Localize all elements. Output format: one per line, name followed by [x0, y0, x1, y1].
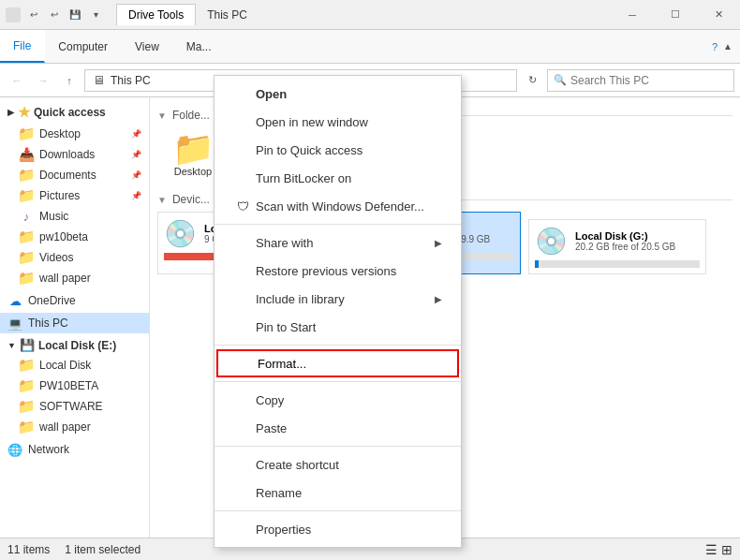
- tab-file[interactable]: File: [0, 30, 45, 63]
- shortcut-icon: [233, 455, 252, 474]
- download-folder-icon: 📥: [19, 147, 34, 162]
- tab-manage[interactable]: Ma...: [173, 30, 226, 63]
- ctx-properties[interactable]: Properties: [215, 515, 461, 543]
- folder-icon: 📁: [19, 420, 34, 435]
- network-icon: 🌐: [7, 442, 22, 457]
- sidebar-item-label: Pictures: [39, 189, 80, 202]
- sidebar-item-label: Local Disk: [39, 359, 91, 372]
- title-bar: ↩ ↩ 💾 ▾ Drive Tools This PC ─ ☐ ✕: [0, 0, 740, 30]
- qat-save[interactable]: 💾: [66, 6, 84, 24]
- sidebar-item-music[interactable]: ♪ Music: [0, 206, 149, 227]
- sidebar-item-label: PW10BETA: [39, 379, 98, 392]
- sidebar-item-label: Local Disk (E:): [38, 339, 116, 352]
- forward-button[interactable]: →: [32, 69, 54, 92]
- onedrive-icon: ☁: [7, 293, 22, 308]
- sidebar-item-local-disk[interactable]: 📁 Local Disk: [0, 355, 149, 376]
- storage-bar-fill: [535, 260, 539, 268]
- new-window-icon: [233, 112, 252, 131]
- minimize-button[interactable]: ─: [611, 0, 654, 30]
- sidebar-item-thispc[interactable]: 💻 This PC: [0, 313, 149, 333]
- qat-redo[interactable]: ↩: [45, 6, 64, 24]
- share-icon: [233, 233, 252, 252]
- disk-drive-icon: 💿: [535, 226, 568, 257]
- ctx-open[interactable]: Open: [215, 80, 461, 108]
- back-button[interactable]: ←: [6, 69, 28, 92]
- window-title: This PC: [207, 8, 247, 22]
- help-button[interactable]: ?: [712, 41, 718, 52]
- maximize-button[interactable]: ☐: [654, 0, 697, 30]
- ctx-rename[interactable]: Rename: [215, 479, 461, 507]
- tab-computer[interactable]: Computer: [45, 30, 122, 63]
- drive-tools-tab[interactable]: Drive Tools: [116, 4, 196, 25]
- folder-icon: 📁: [19, 126, 34, 141]
- sidebar-item-software[interactable]: 📁 SOFTWARE: [0, 396, 149, 417]
- refresh-button[interactable]: ↻: [521, 69, 543, 92]
- sidebar-item-videos[interactable]: 📁 Videos: [0, 247, 149, 268]
- ctx-separator-1: [215, 224, 461, 225]
- ctx-defender[interactable]: 🛡Scan with Windows Defender...: [215, 192, 461, 220]
- arrow-icon: ▶: [435, 238, 442, 248]
- ribbon-collapse[interactable]: ▲: [723, 41, 733, 52]
- search-box[interactable]: 🔍: [547, 69, 734, 92]
- sidebar-section-thispc: 💻 This PC: [0, 313, 149, 333]
- sidebar-section-onedrive: ☁ OneDrive: [0, 290, 149, 311]
- sidebar-localdisk-e-header[interactable]: ▼ 💾 Local Disk (E:): [0, 335, 149, 355]
- folder-icon: 📁: [19, 168, 34, 183]
- pin-icon: 📌: [131, 170, 141, 180]
- ctx-bitlocker[interactable]: Turn BitLocker on: [215, 164, 461, 192]
- sidebar-item-label: wall paper: [39, 272, 91, 285]
- ctx-pin-quick-access[interactable]: Pin to Quick access: [215, 136, 461, 164]
- search-input[interactable]: [570, 74, 728, 87]
- qat-dropdown[interactable]: ▾: [86, 6, 105, 24]
- ctx-include-library[interactable]: Include in library ▶: [215, 285, 461, 313]
- ctx-restore-versions[interactable]: Restore previous versions: [215, 257, 461, 285]
- ctx-pin-start[interactable]: Pin to Start: [215, 313, 461, 341]
- sidebar-quick-access-header[interactable]: ▶ ★ Quick access: [0, 101, 149, 124]
- sidebar-item-label: OneDrive: [28, 294, 76, 307]
- disk-drive-icon: 💿: [164, 218, 197, 249]
- ctx-open-new-window[interactable]: Open in new window: [215, 108, 461, 136]
- sidebar-item-downloads[interactable]: 📥 Downloads 📌: [0, 144, 149, 165]
- folder-icon: 📁: [19, 399, 34, 414]
- sidebar-item-documents[interactable]: 📁 Documents 📌: [0, 165, 149, 185]
- ctx-copy[interactable]: Copy: [215, 386, 461, 414]
- sidebar-item-desktop[interactable]: 📁 Desktop 📌: [0, 124, 149, 144]
- quick-access-label: Quick access: [34, 106, 106, 119]
- address-segment: This PC: [111, 74, 151, 87]
- up-button[interactable]: ↑: [58, 69, 81, 92]
- ctx-separator-2: [215, 345, 461, 346]
- sidebar-section-localdisk-e: ▼ 💾 Local Disk (E:) 📁 Local Disk 📁 PW10B…: [0, 335, 149, 437]
- pin-icon: 📌: [131, 191, 141, 200]
- sidebar-item-onedrive[interactable]: ☁ OneDrive: [0, 290, 149, 311]
- sidebar-item-wallpaper2[interactable]: 📁 wall paper: [0, 417, 149, 437]
- tab-view[interactable]: View: [122, 30, 173, 63]
- sidebar-item-network[interactable]: 🌐 Network: [0, 439, 149, 460]
- open-icon: [233, 84, 252, 103]
- sidebar-item-label: Videos: [39, 251, 73, 264]
- sidebar-item-pictures[interactable]: 📁 Pictures 📌: [0, 185, 149, 206]
- computer-icon: 💻: [7, 316, 22, 331]
- ctx-paste[interactable]: Paste: [215, 414, 461, 442]
- chevron-icon: ▼: [7, 341, 16, 350]
- sidebar-item-label: SOFTWARE: [39, 400, 103, 413]
- close-button[interactable]: ✕: [697, 0, 740, 30]
- ctx-separator-3: [215, 381, 461, 382]
- sidebar-item-wallpaper[interactable]: 📁 wall paper: [0, 268, 149, 288]
- paste-icon: [233, 419, 252, 437]
- sidebar-section-quick-access: ▶ ★ Quick access 📁 Desktop 📌 📥 Downloads…: [0, 101, 149, 288]
- sidebar-item-pw10beta2[interactable]: 📁 PW10BETA: [0, 376, 149, 396]
- details-view-button[interactable]: ☰: [705, 542, 718, 557]
- quick-access-toolbar: ↩ ↩ 💾 ▾: [24, 6, 105, 24]
- ctx-share-with[interactable]: Share with ▶: [215, 228, 461, 257]
- device-item-g[interactable]: 💿 Local Disk (G:) 20.2 GB free of 20.5 G…: [528, 219, 706, 274]
- large-icons-button[interactable]: ⊞: [721, 542, 733, 557]
- pin-icon: 📌: [131, 150, 141, 159]
- ctx-format[interactable]: Format...: [216, 349, 459, 377]
- folder-icon: 📁: [19, 378, 34, 393]
- ctx-create-shortcut[interactable]: Create shortcut: [215, 450, 461, 479]
- sidebar-item-pw10beta[interactable]: 📁 pw10beta: [0, 227, 149, 247]
- devices-label: Devic...: [172, 193, 210, 206]
- title-bar-left: ↩ ↩ 💾 ▾ Drive Tools This PC: [0, 4, 247, 25]
- pin-icon: [233, 140, 252, 159]
- qat-undo[interactable]: ↩: [24, 6, 43, 24]
